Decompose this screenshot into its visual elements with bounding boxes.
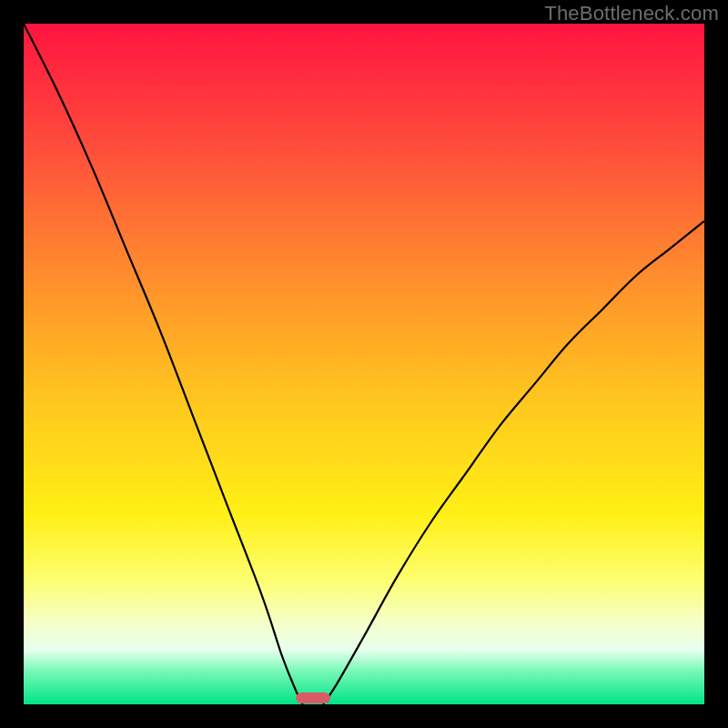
watermark-text: TheBottleneck.com	[544, 2, 719, 25]
curve-layer	[24, 24, 704, 704]
curve-left-branch	[24, 24, 303, 704]
curve-right-branch	[323, 221, 704, 704]
bottleneck-marker	[296, 693, 330, 703]
plot-area	[24, 24, 704, 704]
